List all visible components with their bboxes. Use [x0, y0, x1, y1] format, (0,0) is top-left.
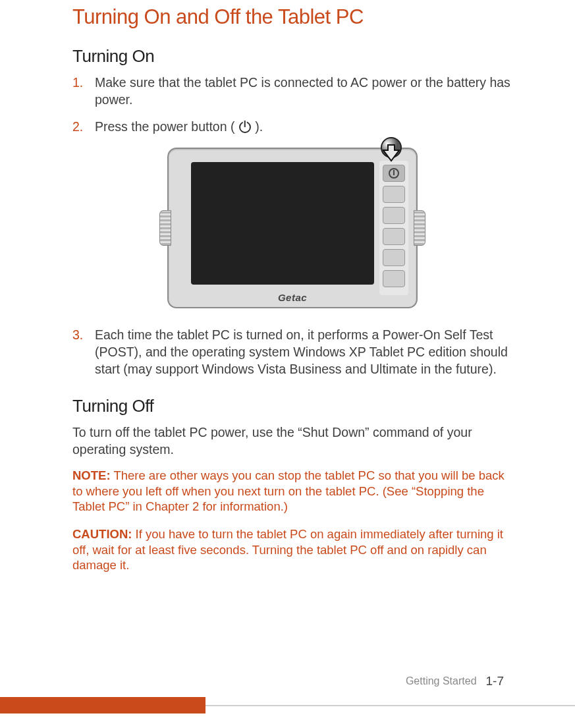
- list-item: Make sure that the tablet PC is connecte…: [72, 74, 512, 108]
- footer-accent-bar: [0, 697, 205, 714]
- turning-on-steps-cont: Each time the tablet PC is turned on, it…: [72, 327, 512, 378]
- turning-on-steps: Make sure that the tablet PC is connecte…: [72, 74, 512, 136]
- note-label: NOTE:: [72, 468, 111, 482]
- turning-off-body: To turn off the tablet PC power, use the…: [72, 424, 512, 458]
- hw-button: [383, 207, 405, 224]
- list-item: Each time the tablet PC is turned on, it…: [72, 327, 512, 378]
- tablet-illustration: Getac: [167, 148, 418, 308]
- hw-button: [383, 270, 405, 287]
- caution: CAUTION: If you have to turn the tablet …: [72, 526, 512, 573]
- hw-button: [383, 249, 405, 266]
- caution-label: CAUTION:: [72, 527, 132, 541]
- note-text: There are other ways you can stop the ta…: [72, 468, 505, 513]
- tablet-screen: [191, 162, 374, 285]
- footer-divider: [205, 705, 575, 706]
- hw-button: [383, 228, 405, 245]
- note: NOTE: There are other ways you can stop …: [72, 468, 512, 515]
- footer-section: Getting Started: [406, 675, 477, 687]
- page-number: 1-7: [486, 674, 504, 688]
- pointer-arrow-icon: [378, 137, 404, 173]
- figure-tablet: Getac: [72, 148, 512, 308]
- caution-text: If you have to turn the tablet PC on aga…: [72, 527, 503, 572]
- button-strip: [379, 161, 408, 295]
- hw-button: [383, 186, 405, 203]
- brand-label: Getac: [169, 292, 416, 303]
- heading-turning-on: Turning On: [72, 46, 512, 67]
- footer: Getting Started 1-7: [406, 674, 504, 688]
- power-icon: [239, 121, 251, 133]
- heading-turning-off: Turning Off: [72, 396, 512, 416]
- page-title: Turning On and Off the Tablet PC: [72, 0, 512, 29]
- list-item: Press the power button ( ).: [72, 119, 512, 136]
